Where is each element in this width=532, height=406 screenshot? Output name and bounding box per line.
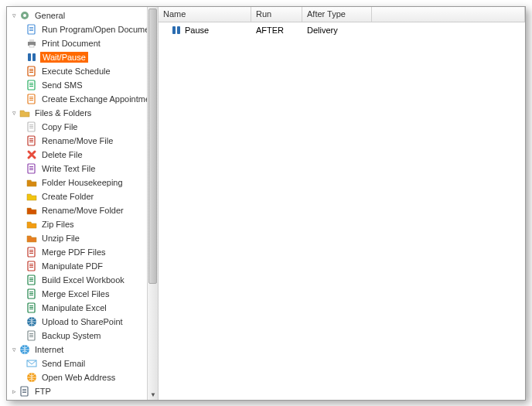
tree-item-zip-files[interactable]: Zip Files [7, 217, 158, 231]
tree-item-label: Execute Schedule [40, 66, 112, 77]
svg-rect-58 [29, 335, 33, 336]
svg-rect-22 [29, 100, 33, 101]
tree-item-label: Copy File [40, 121, 79, 132]
svg-rect-59 [29, 336, 33, 337]
tree-item-label: Folder Housekeeping [40, 177, 124, 188]
tree-item-label: Build Excel Workbook [40, 275, 126, 285]
pdf-icon [26, 260, 38, 272]
col-header-rest [372, 7, 525, 22]
svg-rect-21 [29, 98, 33, 99]
tree-item-backup-system[interactable]: Backup System [7, 329, 158, 343]
tree-item-label: Upload to SharePoint [40, 316, 124, 327]
tree-item-manipulate-pdf[interactable]: Manipulate PDF [7, 259, 158, 273]
tree-item-copy-file[interactable]: Copy File [7, 120, 158, 134]
col-header-after[interactable]: After Type [302, 7, 372, 22]
svg-rect-10 [32, 53, 36, 61]
svg-rect-49 [29, 293, 33, 294]
svg-rect-26 [29, 128, 33, 128]
tree-item-rename-move-folder[interactable]: Rename/Move Folder [7, 203, 158, 217]
tree-group-label: Files & Folders [33, 107, 93, 118]
svg-rect-7 [29, 39, 34, 42]
svg-rect-66 [22, 392, 26, 393]
tree-group-database[interactable]: ▿Database [7, 398, 158, 400]
delete-icon [26, 148, 38, 161]
tree-scrollbar[interactable]: ▲ ▼ [147, 7, 158, 400]
tree-panel: ▿GeneralRun Program/Open DocumentPrint D… [7, 7, 159, 400]
svg-rect-75 [177, 26, 180, 34]
tree-group-files-folders[interactable]: ▿Files & Folders [7, 106, 158, 120]
svg-rect-52 [29, 305, 33, 306]
svg-rect-9 [28, 53, 31, 61]
tree-item-label: Manipulate PDF [40, 261, 104, 271]
tree-group-general[interactable]: ▿General [7, 9, 158, 22]
tree-item-upload-to-sharepoint[interactable]: Upload to SharePoint [7, 315, 158, 329]
tree-item-create-exchange-appointment[interactable]: Create Exchange Appointment [7, 92, 158, 106]
tree-item-send-sms[interactable]: Send SMS [7, 78, 158, 92]
expand-toggle-icon[interactable]: ▹ [10, 387, 19, 395]
tree: ▿GeneralRun Program/Open DocumentPrint D… [7, 7, 158, 400]
tree-item-print-document[interactable]: Print Document [7, 36, 158, 50]
tree-item-wait-pause[interactable]: Wait/Pause [7, 50, 158, 64]
tree-group-internet[interactable]: ▿Internet [7, 343, 158, 357]
web-icon [26, 371, 38, 384]
scroll-down-icon[interactable]: ▼ [148, 389, 159, 400]
col-header-name[interactable]: Name [159, 7, 251, 22]
svg-rect-24 [29, 125, 33, 125]
svg-rect-13 [29, 70, 33, 71]
svg-rect-12 [29, 69, 33, 70]
scroll-thumb[interactable] [148, 9, 157, 284]
cell-run: AFTER [251, 23, 302, 37]
tree-item-send-email[interactable]: Send Email [7, 357, 158, 370]
tree-item-merge-excel-files[interactable]: Merge Excel Files [7, 287, 158, 301]
tree-item-label: Rename/Move Folder [40, 205, 125, 216]
svg-rect-37 [29, 251, 33, 252]
expand-toggle-icon[interactable]: ▿ [10, 12, 19, 19]
excelbuild-icon [26, 274, 38, 286]
housekeep-icon [26, 176, 38, 189]
tree-item-unzip-file[interactable]: Unzip File [7, 231, 158, 245]
tree-item-label: Write Text File [40, 163, 97, 174]
tree-item-folder-housekeeping[interactable]: Folder Housekeeping [7, 176, 158, 189]
tree-item-label: Send SMS [40, 80, 84, 90]
tree-item-write-text-file[interactable]: Write Text File [7, 162, 158, 176]
tree-item-label: Backup System [40, 330, 102, 341]
tree-item-label: Print Document [40, 38, 102, 49]
svg-rect-33 [29, 168, 33, 169]
backup-icon [26, 329, 38, 342]
sharepoint-icon [26, 316, 38, 328]
cell-after: Delivery [302, 23, 372, 37]
tree-item-delete-file[interactable]: Delete File [7, 148, 158, 162]
svg-rect-25 [29, 126, 33, 127]
tree-item-build-excel-workbook[interactable]: Build Excel Workbook [7, 273, 158, 287]
run-icon [26, 23, 38, 36]
excel-icon [26, 302, 38, 314]
database-icon [19, 399, 31, 400]
pause-icon [26, 51, 38, 63]
tree-item-execute-schedule[interactable]: Execute Schedule [7, 64, 158, 78]
svg-rect-3 [29, 27, 33, 28]
globe-icon [19, 343, 31, 356]
tree-group-ftp[interactable]: ▹FTP [7, 384, 158, 398]
pause-icon [171, 25, 182, 36]
expand-toggle-icon[interactable]: ▿ [10, 346, 19, 353]
svg-rect-28 [29, 138, 33, 139]
svg-rect-16 [29, 83, 33, 84]
tree-item-manipulate-excel[interactable]: Manipulate Excel [7, 301, 158, 315]
col-header-run[interactable]: Run [251, 7, 302, 22]
svg-rect-64 [22, 389, 26, 390]
svg-rect-5 [29, 30, 33, 31]
tree-item-label: Create Exchange Appointment [40, 94, 159, 104]
list-row[interactable]: PauseAFTERDelivery [159, 22, 525, 38]
tree-item-open-web-address[interactable]: Open Web Address [7, 370, 158, 384]
tree-item-create-folder[interactable]: Create Folder [7, 189, 158, 203]
expand-toggle-icon[interactable]: ▿ [10, 109, 19, 117]
list-header: Name Run After Type [159, 7, 525, 22]
tree-item-run-program-open-document[interactable]: Run Program/Open Document [7, 22, 158, 36]
tree-item-merge-pdf-files[interactable]: Merge PDF Files [7, 245, 158, 259]
email-icon [26, 357, 38, 370]
newfolder-icon [26, 190, 38, 203]
movefolder-icon [26, 204, 38, 217]
svg-rect-8 [29, 45, 34, 47]
tree-item-rename-move-file[interactable]: Rename/Move File [7, 134, 158, 148]
svg-rect-57 [29, 333, 33, 334]
